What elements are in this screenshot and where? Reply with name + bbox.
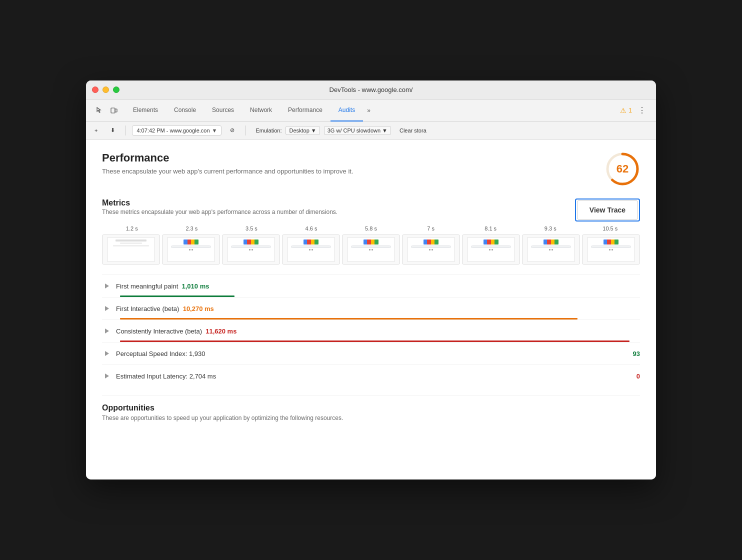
filmstrip-frame-3[interactable]	[282, 234, 340, 264]
ci-toggle[interactable]	[102, 326, 112, 336]
tab-performance[interactable]: Performance	[280, 100, 330, 122]
eil-score: 0	[630, 372, 640, 380]
score-circle: 62	[605, 152, 640, 186]
tabs-container: Elements Console Sources Network Perform…	[125, 100, 614, 122]
metric-row-ci: Consistently Interactive (beta) 11,620 m…	[102, 320, 640, 342]
fmp-toggle[interactable]	[102, 281, 112, 291]
main-content: Performance These encapsulate your web a…	[86, 140, 656, 480]
toolbar-divider	[126, 126, 126, 136]
network-dropdown[interactable]: 3G w/ CPU slowdown ▼	[324, 126, 391, 135]
triangle-icon-5	[105, 374, 109, 378]
filmstrip-time-2: 3.5 s	[222, 226, 282, 232]
fi-toggle[interactable]	[102, 304, 112, 314]
opportunities-title: Opportunities	[102, 404, 640, 412]
download-button[interactable]: ⬇	[106, 125, 120, 136]
eil-toggle[interactable]	[102, 371, 112, 381]
more-options-button[interactable]: ⋮	[636, 104, 648, 116]
inspect-icon[interactable]	[92, 104, 106, 118]
triangle-icon-2	[105, 306, 109, 311]
warning-badge: ⚠ 1	[620, 106, 632, 114]
psi-label: Perceptual Speed Index: 1,930	[116, 350, 624, 358]
filmstrip-time-1: 2.3 s	[162, 226, 222, 232]
tab-audits[interactable]: Audits	[330, 100, 363, 122]
filmstrip-frame-4[interactable]	[342, 234, 400, 264]
chevron-down-icon: ▼	[311, 128, 316, 134]
emulation-label: Emulation:	[252, 128, 282, 134]
fmp-value: 1,010 ms	[182, 282, 210, 290]
fi-label: First Interactive (beta) 10,270 ms	[116, 305, 640, 312]
filmstrip-time-5: 7 s	[401, 226, 461, 232]
chevron-down-icon-2: ▼	[382, 128, 388, 134]
traffic-lights	[92, 86, 120, 93]
performance-info: Performance These encapsulate your web a…	[102, 152, 354, 175]
titlebar: DevTools - www.google.com/	[86, 80, 656, 100]
view-trace-container: View Trace	[575, 198, 640, 222]
triangle-icon	[105, 284, 109, 288]
metrics-subtitle: These metrics encapsulate your web app's…	[102, 208, 338, 216]
performance-score: 62	[616, 162, 628, 176]
filmstrip-frame-6[interactable]	[462, 234, 520, 264]
filmstrip-time-7: 9.3 s	[520, 226, 580, 232]
filmstrip-frame-0[interactable]	[102, 234, 160, 264]
performance-title: Performance	[102, 152, 354, 164]
dropdown-arrow-icon: ▼	[212, 128, 218, 134]
ci-value: 11,620 ms	[206, 328, 236, 335]
metric-row-eil: Estimated Input Latency: 2,704 ms 0	[102, 364, 640, 387]
device-mode-icon[interactable]	[107, 104, 121, 118]
psi-score: 93	[630, 350, 640, 358]
eil-label: Estimated Input Latency: 2,704 ms	[116, 372, 624, 380]
filmstrip-frame-7[interactable]	[522, 234, 580, 264]
window-title: DevTools - www.google.com/	[330, 86, 413, 94]
close-button[interactable]	[92, 86, 98, 93]
opportunities-subtitle: These are opportunities to speed up your…	[102, 414, 640, 422]
filmstrip-times: 1.2 s 2.3 s 3.5 s 4.6 s 5.8 s 7 s 8.1 s …	[102, 226, 640, 232]
performance-header: Performance These encapsulate your web a…	[102, 152, 640, 186]
tab-elements[interactable]: Elements	[125, 100, 166, 122]
triangle-icon-4	[105, 351, 109, 356]
svg-rect-1	[115, 109, 117, 112]
filmstrip-time-4: 5.8 s	[341, 226, 401, 232]
tab-console[interactable]: Console	[166, 100, 204, 122]
metric-row-fi: First Interactive (beta) 10,270 ms	[102, 297, 640, 320]
filmstrip-frames	[102, 234, 640, 264]
tab-sources[interactable]: Sources	[204, 100, 242, 122]
filmstrip-time-8: 10.5 s	[580, 226, 640, 232]
ci-label: Consistently Interactive (beta) 11,620 m…	[116, 328, 640, 335]
secondary-toolbar: + ⬇ 4:07:42 PM - www.google.con ▼ ⊘ Emul…	[86, 122, 656, 140]
desktop-dropdown[interactable]: Desktop ▼	[286, 126, 320, 135]
view-trace-button[interactable]: View Trace	[577, 200, 638, 220]
metrics-info: Metrics These metrics encapsulate your w…	[102, 198, 338, 216]
filmstrip-frame-1[interactable]	[162, 234, 220, 264]
filmstrip-time-0: 1.2 s	[102, 226, 162, 232]
no-cache-button[interactable]: ⊘	[226, 125, 239, 136]
maximize-button[interactable]	[113, 86, 120, 93]
metrics-title: Metrics	[102, 198, 338, 208]
metric-row-psi: Perceptual Speed Index: 1,930 93	[102, 342, 640, 364]
fmp-label: First meaningful paint 1,010 ms	[116, 282, 640, 290]
psi-toggle[interactable]	[102, 348, 112, 358]
svg-rect-0	[111, 108, 115, 113]
performance-subtitle: These encapsulate your web app's current…	[102, 168, 354, 175]
triangle-icon-3	[105, 328, 109, 334]
opportunities-section: Opportunities These are opportunities to…	[102, 395, 640, 422]
fi-value: 10,270 ms	[183, 305, 214, 312]
url-display: 4:07:42 PM - www.google.con ▼	[132, 126, 222, 136]
warning-icon: ⚠	[620, 106, 626, 114]
toolbar-right: ⚠ 1 ⋮	[614, 104, 654, 116]
toolbar-divider-2	[245, 126, 246, 136]
minimize-button[interactable]	[102, 86, 109, 93]
filmstrip-frame-5[interactable]	[402, 234, 460, 264]
devtools-window: DevTools - www.google.com/ Elements Cons	[86, 80, 656, 480]
tab-network[interactable]: Network	[242, 100, 280, 122]
filmstrip-frame-8[interactable]	[582, 234, 640, 264]
toolbar-icons	[88, 104, 125, 118]
filmstrip-time-6: 8.1 s	[460, 226, 520, 232]
metrics-header: Metrics These metrics encapsulate your w…	[102, 198, 640, 222]
metrics-section: Metrics These metrics encapsulate your w…	[102, 198, 640, 387]
tab-more[interactable]: »	[363, 100, 374, 122]
filmstrip-frame-2[interactable]	[222, 234, 280, 264]
metric-row-fmp: First meaningful paint 1,010 ms	[102, 274, 640, 297]
clear-storage-button[interactable]: Clear stora	[395, 126, 431, 136]
add-recording-button[interactable]: +	[90, 126, 102, 136]
filmstrip-time-3: 4.6 s	[282, 226, 342, 232]
